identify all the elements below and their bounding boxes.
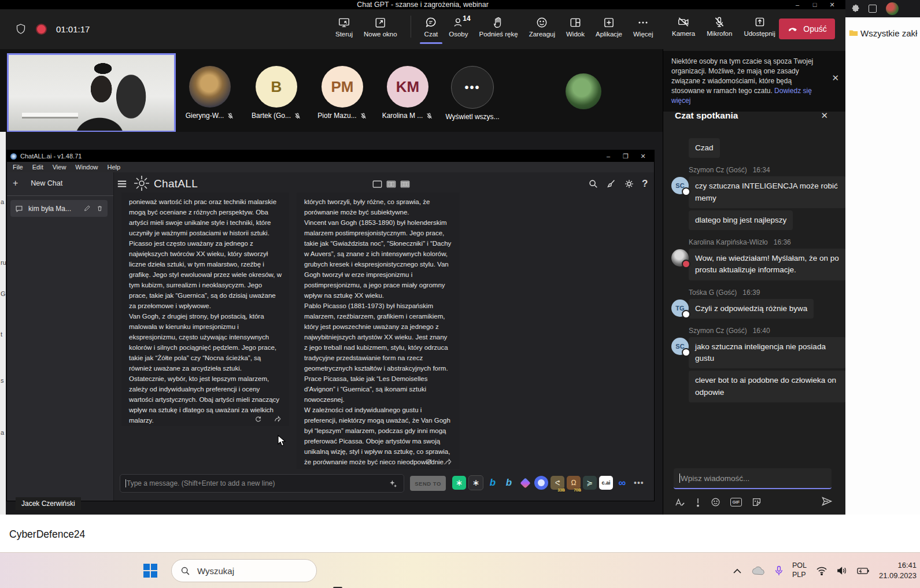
search-icon[interactable] <box>588 179 598 189</box>
steruj-button[interactable]: Steruj <box>335 16 353 38</box>
close-button[interactable]: ✕ <box>823 1 841 9</box>
onedrive-cloud-icon[interactable] <box>751 566 766 575</box>
dismiss-notice-icon[interactable]: ✕ <box>832 72 839 84</box>
clock[interactable]: 16:4121.09.2023 <box>879 560 917 580</box>
start-button[interactable] <box>139 559 162 582</box>
format-icon[interactable] <box>675 498 685 507</box>
bookmarks-bar-label[interactable]: Wszystkie zakł <box>860 28 917 38</box>
close-chat-panel-icon[interactable]: ✕ <box>821 110 828 121</box>
bing-bot-icon[interactable]: b <box>486 476 500 490</box>
menu-help[interactable]: Help <box>107 164 120 171</box>
help-icon[interactable]: ? <box>642 178 648 190</box>
avatar-initials: PM <box>322 66 363 108</box>
extensions-puzzle-icon[interactable] <box>851 4 860 13</box>
podnies-reke-button[interactable]: Podnieś rękę <box>479 16 518 38</box>
participant-tile[interactable]: Gieryng-W... <box>176 66 243 120</box>
udostepnij-button[interactable]: Udostępnij <box>744 16 775 37</box>
wiecej-button[interactable]: Więcej <box>633 16 653 38</box>
participant-photo-avatar[interactable] <box>566 73 601 109</box>
menu-file[interactable]: File <box>13 164 23 171</box>
browser-tab-icon[interactable] <box>869 5 877 13</box>
chat-message-input[interactable]: Wpisz wiadomość... <box>674 468 832 489</box>
send-message-icon[interactable] <box>821 495 833 507</box>
falcon-bot-icon[interactable]: ≽ <box>583 476 597 490</box>
sticker-icon[interactable] <box>752 497 762 507</box>
share-reply-icon[interactable] <box>444 458 452 465</box>
hang-up-icon <box>787 23 799 35</box>
avatar-photo <box>671 249 689 267</box>
chatall-header-actions: ? <box>588 178 648 190</box>
participant-count: 14 <box>463 14 470 23</box>
menu-window[interactable]: Window <box>75 164 98 171</box>
meta-llama-bot-icon[interactable]: ∞ <box>615 476 629 490</box>
regenerate-icon[interactable] <box>425 458 433 465</box>
participant-tile[interactable]: PM Piotr Mazu... <box>309 66 376 120</box>
character-ai-bot-icon[interactable]: c.ai <box>599 476 613 490</box>
hamburger-menu-icon[interactable] <box>117 179 127 188</box>
browser-toolbar-fragment <box>845 0 920 17</box>
maximize-button[interactable]: □ <box>806 1 823 9</box>
emoji-icon[interactable] <box>711 497 721 507</box>
share-reply-icon[interactable] <box>274 415 281 423</box>
language-indicator[interactable]: POLPLP <box>792 561 807 579</box>
taskbar-search[interactable]: Wyszukaj <box>171 559 317 582</box>
minimize-button[interactable]: – <box>600 153 617 160</box>
opusc-button[interactable]: Opuść <box>779 19 835 39</box>
chatall-message-input[interactable]: Type a message. (Shift+Enter to add a ne… <box>120 474 404 493</box>
chatgpt-bot-icon[interactable]: ∗ <box>452 476 466 490</box>
vicuna-bot-icon[interactable]: ᕙ33B <box>550 476 564 490</box>
nowe-okno-button[interactable]: Nowe okno <box>364 16 397 38</box>
status-dot <box>682 348 690 357</box>
new-chat-button[interactable]: + New Chat <box>13 178 62 188</box>
system-tray: POLPLP 16:4121.09.2023 <box>733 553 917 588</box>
poe-bot-icon[interactable] <box>534 476 548 490</box>
close-button[interactable]: ✕ <box>634 153 652 160</box>
tray-chevron-icon[interactable] <box>733 568 741 574</box>
two-column-icon[interactable] <box>386 180 396 188</box>
participant-tile[interactable]: B Bartek (Go... <box>243 66 310 120</box>
muted-mic-icon <box>227 112 234 120</box>
presenter-video-tile[interactable] <box>7 53 176 132</box>
avatar-initials: KM <box>387 66 428 108</box>
edge-fragment: s <box>1 377 4 384</box>
delete-icon[interactable] <box>96 205 104 212</box>
send-to-button[interactable]: SEND TO <box>410 476 446 491</box>
bard-bot-icon[interactable] <box>518 476 532 490</box>
restore-button[interactable]: ❐ <box>617 153 634 160</box>
mikrofon-button[interactable]: Mikrofon <box>707 16 732 37</box>
three-column-icon[interactable] <box>400 180 410 188</box>
browser-profile-avatar[interactable] <box>886 2 899 15</box>
llama-bot-icon[interactable]: Ω70B <box>567 476 581 490</box>
battery-icon[interactable] <box>857 567 870 575</box>
widok-button[interactable]: Widok <box>566 16 585 38</box>
czat-tab[interactable]: Czat <box>424 16 438 38</box>
gif-icon[interactable]: GIF <box>730 498 742 506</box>
one-column-icon[interactable] <box>372 180 382 188</box>
tray-mic-icon[interactable] <box>775 565 783 576</box>
openai-bot-icon[interactable]: ∗ <box>468 475 483 490</box>
zareaguj-button[interactable]: Zareaguj <box>529 16 555 38</box>
osoby-button[interactable]: 14 Osoby <box>449 16 468 38</box>
wifi-icon[interactable] <box>816 567 827 575</box>
regenerate-icon[interactable] <box>254 415 262 423</box>
chat-history-item[interactable]: kim była Ma... <box>10 200 108 217</box>
kamera-button[interactable]: Kamera <box>672 16 695 37</box>
prompt-sparkles-icon[interactable] <box>389 479 398 489</box>
settings-gear-icon[interactable] <box>624 179 634 189</box>
aplikacje-button[interactable]: Aplikacje <box>596 16 622 38</box>
menu-edit[interactable]: Edit <box>32 164 43 171</box>
active-tab-indicator <box>420 42 443 44</box>
task-view-button[interactable] <box>328 582 352 588</box>
minimize-button[interactable]: – <box>789 1 806 9</box>
priority-icon[interactable] <box>695 497 701 507</box>
participant-tile[interactable]: KM Karolina M ... <box>374 66 441 120</box>
response-paragraph: Picasso jest często uważany za jednego z… <box>129 238 282 311</box>
menu-view[interactable]: View <box>53 164 66 171</box>
bing-precise-bot-icon[interactable]: b <box>502 476 516 490</box>
volume-icon[interactable] <box>837 566 848 575</box>
broom-icon[interactable] <box>606 179 616 189</box>
more-bots-icon[interactable]: ••• <box>634 478 644 487</box>
chatall-app-icon <box>10 153 17 160</box>
show-all-participants[interactable]: ••• Wyświetl wszys... <box>439 66 506 121</box>
edit-icon[interactable] <box>83 205 91 212</box>
